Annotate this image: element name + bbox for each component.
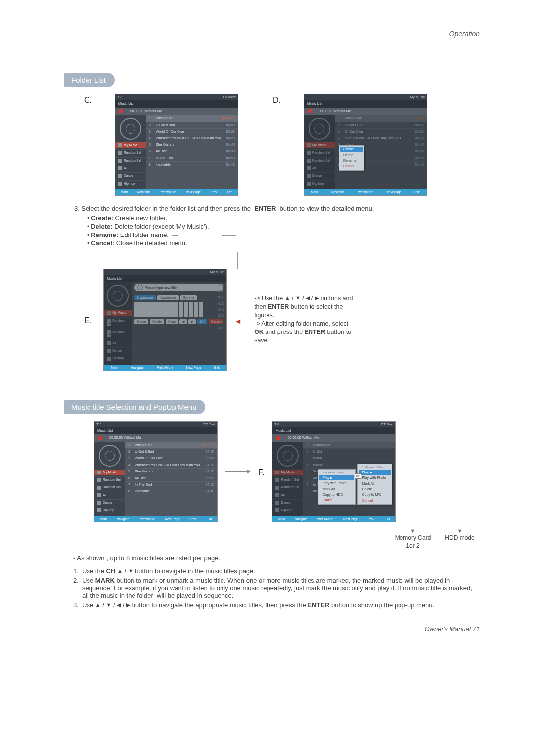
music-popup-hdd[interactable]: 1 Marked 1 files Play ▶ Play with Photo … bbox=[357, 464, 392, 505]
label-e: E. bbox=[84, 316, 91, 325]
dial-icon bbox=[120, 118, 141, 140]
scrC-sidebar: My Music Random Sel Random Sel All Dance… bbox=[115, 115, 146, 189]
scrD-sidebar: My Music Random Sel Random Sel All Dance… bbox=[304, 115, 335, 189]
folder-list-pill: Folder List bbox=[64, 73, 115, 87]
label-d: D. bbox=[273, 96, 281, 105]
side-item[interactable]: My Music bbox=[115, 142, 146, 148]
scrC-footer: MarkNavigatePrefix/MoreNext PagePrev.Exi… bbox=[115, 189, 238, 195]
dial-icon bbox=[309, 118, 330, 140]
scrC-playbar: 00:00:00 Without Me bbox=[115, 108, 238, 115]
music-title-pill: Music title Selection and PopUp Menu bbox=[64, 400, 205, 414]
keyboard-grid[interactable] bbox=[134, 302, 223, 317]
section-header: Operation bbox=[64, 30, 480, 38]
popup-play-photo[interactable]: Play with Photo bbox=[359, 475, 391, 480]
keyboard-actions[interactable]: SpaceDeleteClear◀▶OKCancel bbox=[134, 319, 223, 324]
popup-play[interactable]: Play ▶ bbox=[319, 475, 354, 480]
music-step1: 1. Use the CH ▲ / ▼ button to navigate i… bbox=[73, 567, 480, 575]
bottom-rule bbox=[64, 621, 480, 621]
arrow-left-icon bbox=[236, 317, 241, 322]
label-f: F. bbox=[258, 468, 264, 477]
folder-popup[interactable]: Create Delete Rename Cancel bbox=[339, 145, 364, 171]
popup-cancel[interactable]: Cancel bbox=[340, 164, 363, 169]
popup-play[interactable]: Play ▶ bbox=[359, 470, 391, 475]
arrow-right-icon bbox=[225, 471, 250, 472]
popup-copy-hdd[interactable]: Copy to HDD bbox=[319, 492, 354, 497]
stop-icon bbox=[119, 109, 123, 113]
popup-delete[interactable]: Delete bbox=[340, 153, 363, 158]
side-item[interactable]: Random Sel bbox=[115, 157, 146, 164]
side-item[interactable]: Random Sel bbox=[115, 149, 146, 156]
popup-rename[interactable]: Rename bbox=[340, 158, 363, 163]
keyboard-tabs[interactable]: UppercaseLowercaseSymbol bbox=[134, 295, 223, 300]
screen-c: TVDTV/ext Music List 00:00:00 Without Me… bbox=[115, 94, 238, 196]
popup-mark-all[interactable]: Mark All bbox=[319, 487, 354, 492]
label-c: C. bbox=[84, 96, 92, 105]
folder-bullets: • Create: Create new folder. • Delete: D… bbox=[87, 214, 480, 247]
screen-e: My Music Music List My Music Random Sel … bbox=[103, 269, 227, 371]
or-badge: or bbox=[355, 473, 361, 479]
popup-play-photo[interactable]: Play with Photo bbox=[319, 481, 354, 486]
folder-step3: 3. Select the desired folder in the fold… bbox=[74, 205, 480, 212]
side-item[interactable]: Random Sel bbox=[304, 149, 335, 156]
note-dash: - As shown , up to 8 music titles are li… bbox=[73, 554, 480, 562]
keyboard-title: Please type new title bbox=[134, 284, 223, 291]
scrC-crumb: Music List bbox=[115, 100, 238, 107]
stop-icon bbox=[308, 109, 312, 113]
side-item[interactable]: Random Sel bbox=[304, 157, 335, 164]
popup-create[interactable]: Create bbox=[340, 147, 363, 152]
side-item[interactable]: All bbox=[115, 165, 146, 171]
side-item[interactable]: Hip-hop bbox=[115, 180, 146, 187]
screen-bottom-left: TVDTV/ext Music List 00:00:00 Without Me… bbox=[94, 421, 218, 523]
popup-cancel[interactable]: Cancel bbox=[319, 498, 354, 503]
rename-hint-box: -> Use the ▲ / ▼ / ◀ / ▶ buttons and the… bbox=[250, 291, 362, 348]
screen-d: My Music Music List 00:00:00 Without Me … bbox=[304, 94, 427, 196]
side-item[interactable]: My Music bbox=[304, 142, 335, 148]
top-rule bbox=[64, 43, 480, 43]
scrD-playbar: 00:00:00 Without Me bbox=[304, 108, 427, 115]
side-item[interactable]: All bbox=[304, 165, 335, 171]
scrE-crumb: Music List bbox=[104, 275, 226, 282]
side-item[interactable]: Dance bbox=[115, 172, 146, 179]
side-item[interactable]: Hip-hop bbox=[304, 180, 335, 187]
popup-mark-all[interactable]: Mark All bbox=[359, 481, 391, 486]
music-popup-mc[interactable]: 1 Marked 1 files Play ▶ Play with Photo … bbox=[318, 469, 356, 505]
scrD-footer: MarkNavigatePrefix/MoreNext PageExit bbox=[304, 189, 427, 195]
mode-sublabels: Memory Card 1or 2 HDD mode bbox=[331, 527, 480, 550]
scrC-list: 1Without Me▶04:20 2U Got It Bad04:40 3Wo… bbox=[146, 115, 238, 189]
music-step2: 2. Use MARK button to mark or unmark a m… bbox=[73, 577, 480, 599]
screen-f: TVDTV/ext Music List 00:00:00 Without Me… bbox=[272, 421, 396, 523]
scrC-top-right: DTV/ext bbox=[223, 95, 236, 99]
scrD-crumb: Music List bbox=[304, 100, 427, 107]
page-footer: Owner's Manual 71 bbox=[64, 625, 480, 633]
side-item[interactable]: Dance bbox=[304, 172, 335, 179]
music-step3: 3. Use ▲ / ▼ / ◀ / ▶ button to navigate … bbox=[73, 601, 480, 609]
popup-cancel[interactable]: Cancel bbox=[359, 498, 391, 503]
scrD-top-right: My Music bbox=[410, 95, 425, 99]
popup-delete[interactable]: Delete bbox=[359, 487, 391, 492]
scrC-top-left: TV bbox=[117, 95, 122, 99]
popup-copy-mc[interactable]: Copy to M/C bbox=[359, 492, 391, 497]
